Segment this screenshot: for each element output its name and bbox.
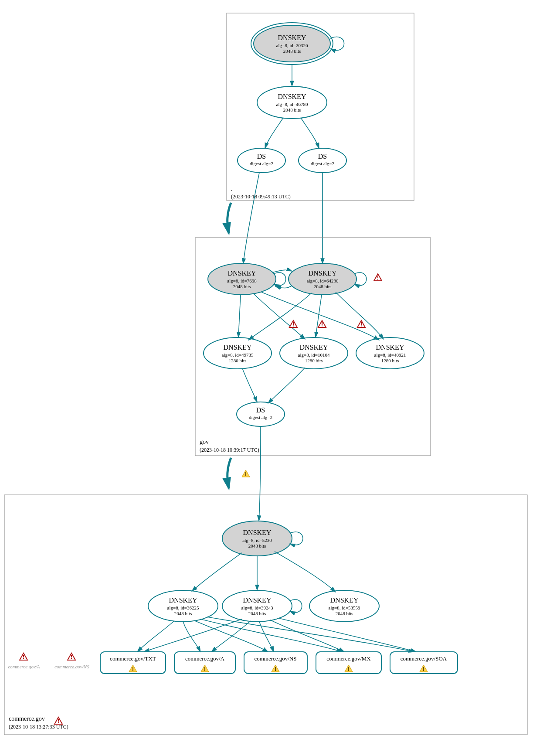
svg-text:DNSKEY: DNSKEY: [330, 596, 359, 604]
svg-text:1280 bits: 1280 bits: [381, 358, 399, 363]
svg-text:DNSKEY: DNSKEY: [376, 344, 404, 351]
zone-commerce-name: commerce.gov: [9, 715, 45, 722]
delegation-gov-to-commerce: [227, 458, 231, 488]
svg-text:alg=8, id=7698: alg=8, id=7698: [227, 278, 257, 283]
warning-icon: [242, 470, 250, 477]
svg-text:2048 bits: 2048 bits: [248, 611, 266, 616]
svg-text:DNSKEY: DNSKEY: [169, 596, 197, 604]
svg-text:DNSKEY: DNSKEY: [278, 34, 306, 41]
zone-root-time: (2023-10-18 09:49:13 UTC): [231, 194, 291, 200]
rrset-soa: commerce.gov/SOA: [390, 652, 458, 674]
svg-text:1280 bits: 1280 bits: [229, 358, 247, 363]
svg-text:commerce.gov/SOA: commerce.gov/SOA: [401, 655, 447, 662]
svg-text:alg=8, id=10104: alg=8, id=10104: [298, 352, 330, 358]
svg-text:alg=8, id=64280: alg=8, id=64280: [307, 278, 339, 283]
svg-text:DNSKEY: DNSKEY: [309, 269, 337, 277]
svg-text:digest alg=2: digest alg=2: [249, 415, 272, 420]
node-com-5230: DNSKEY alg=8, id=5230 2048 bits: [222, 521, 303, 556]
svg-text:DNSKEY: DNSKEY: [278, 93, 306, 100]
svg-text:DNSKEY: DNSKEY: [228, 269, 256, 277]
svg-text:digest alg=2: digest alg=2: [250, 161, 273, 166]
svg-text:2048 bits: 2048 bits: [233, 284, 251, 289]
zone-root: . (2023-10-18 09:49:13 UTC) DNSKEY alg=8…: [227, 13, 414, 201]
node-root-zsk: DNSKEY alg=8, id=46780 2048 bits: [257, 86, 327, 119]
svg-text:DNSKEY: DNSKEY: [300, 344, 328, 351]
warning-icon: [289, 320, 297, 327]
svg-text:2048 bits: 2048 bits: [283, 48, 301, 54]
dnssec-chain-diagram: . (2023-10-18 09:49:13 UTC) DNSKEY alg=8…: [0, 0, 533, 756]
node-gov-49735: DNSKEY alg=8, id=49735 1280 bits: [204, 337, 272, 369]
svg-text:DNSKEY: DNSKEY: [243, 596, 272, 604]
svg-text:commerce.gov/NS: commerce.gov/NS: [254, 655, 296, 662]
svg-text:DNSKEY: DNSKEY: [224, 344, 252, 351]
node-gov-ds: DS digest alg=2: [237, 402, 285, 426]
rrset-ns: commerce.gov/NS: [244, 652, 307, 674]
zone-commerce: commerce.gov (2023-10-18 13:27:33 UTC) D…: [4, 495, 527, 735]
svg-text:2048 bits: 2048 bits: [174, 611, 192, 616]
svg-text:commerce.gov/A: commerce.gov/A: [8, 664, 40, 669]
svg-text:2048 bits: 2048 bits: [314, 284, 332, 289]
svg-text:2048 bits: 2048 bits: [248, 543, 266, 548]
svg-text:digest alg=2: digest alg=2: [311, 161, 334, 166]
node-root-ds2: DS digest alg=2: [299, 148, 346, 173]
node-root-ds1: DS digest alg=2: [238, 148, 285, 173]
warning-icon: [357, 320, 365, 327]
rrset-a: commerce.gov/A: [174, 652, 235, 674]
svg-text:commerce.gov/MX: commerce.gov/MX: [326, 655, 371, 662]
svg-text:commerce.gov/A: commerce.gov/A: [185, 655, 224, 662]
warning-icon: [374, 274, 382, 281]
svg-text:2048 bits: 2048 bits: [336, 611, 353, 616]
svg-text:DS: DS: [257, 153, 266, 160]
svg-text:alg=8, id=53559: alg=8, id=53559: [329, 605, 360, 610]
warning-icon: [318, 320, 326, 327]
delegation-root-to-gov: [227, 203, 231, 233]
node-com-53559: DNSKEY alg=8, id=53559 2048 bits: [309, 590, 379, 622]
svg-text:2048 bits: 2048 bits: [283, 107, 301, 112]
zone-gov-time: (2023-10-18 10:39:17 UTC): [200, 447, 259, 453]
svg-text:1280 bits: 1280 bits: [305, 358, 323, 363]
node-gov-64280: DNSKEY alg=8, id=64280 2048 bits: [289, 263, 367, 295]
node-root-ksk: DNSKEY alg=8, id=20326 2048 bits: [251, 23, 344, 65]
rrset-mx: commerce.gov/MX: [316, 652, 381, 674]
svg-text:alg=8, id=39243: alg=8, id=39243: [241, 605, 273, 610]
node-gov-10104: DNSKEY alg=8, id=10104 1280 bits: [280, 337, 348, 369]
ghost-ns: commerce.gov/NS: [54, 653, 89, 669]
node-gov-7698: DNSKEY alg=8, id=7698 2048 bits: [208, 263, 286, 295]
svg-text:commerce.gov/NS: commerce.gov/NS: [54, 664, 89, 669]
svg-text:alg=8, id=49735: alg=8, id=49735: [222, 352, 254, 358]
svg-text:DNSKEY: DNSKEY: [243, 529, 272, 536]
zone-root-name: .: [231, 186, 233, 192]
svg-text:DS: DS: [318, 153, 327, 160]
zone-gov-name: gov: [200, 439, 209, 445]
svg-text:commerce.gov/TXT: commerce.gov/TXT: [110, 655, 156, 662]
warning-icon: [54, 717, 62, 724]
ghost-a: commerce.gov/A: [8, 653, 40, 669]
rrset-txt: commerce.gov/TXT: [100, 652, 166, 674]
node-com-39243: DNSKEY alg=8, id=39243 2048 bits: [222, 590, 302, 622]
node-gov-40921: DNSKEY alg=8, id=40921 1280 bits: [356, 337, 424, 369]
svg-text:alg=8, id=36225: alg=8, id=36225: [167, 605, 199, 610]
svg-text:alg=8, id=20326: alg=8, id=20326: [276, 43, 308, 48]
svg-text:alg=8, id=5230: alg=8, id=5230: [242, 538, 272, 543]
svg-text:DS: DS: [256, 406, 265, 414]
zone-gov: gov (2023-10-18 10:39:17 UTC) DNSKEY alg…: [195, 238, 431, 456]
svg-text:alg=8, id=46780: alg=8, id=46780: [276, 102, 308, 107]
svg-text:alg=8, id=40921: alg=8, id=40921: [374, 352, 406, 358]
